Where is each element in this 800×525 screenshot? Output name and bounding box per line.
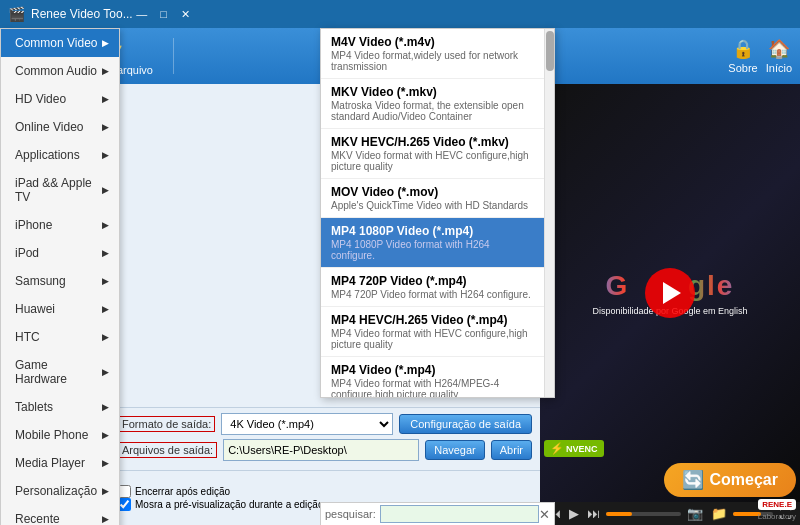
title-bar-text: Renee Video Too... [31, 7, 133, 21]
format-item-m4v[interactable]: M4V Video (*.m4v) MP4 Video format,widel… [321, 29, 544, 79]
menu-item-game-hardware[interactable]: Game Hardware ▶ [1, 351, 119, 393]
arrow-icon: ▶ [102, 276, 109, 286]
format-list-scrollbar[interactable] [544, 29, 554, 397]
menu-item-media-player[interactable]: Media Player ▶ [1, 449, 119, 477]
play-pause-button[interactable]: ▶ [567, 506, 581, 521]
maximize-button[interactable]: □ [155, 6, 173, 22]
format-item-mp4-720p[interactable]: MP4 720P Video (*.mp4) MP4 720P Video fo… [321, 268, 544, 307]
window-controls: — □ ✕ [133, 6, 195, 22]
format-item-mp4-1080p[interactable]: MP4 1080P Video (*.mp4) MP4 1080P Video … [321, 218, 544, 268]
start-button[interactable]: 🔄 Começar [664, 463, 796, 497]
toolbar-right: 🔒 Sobre 🏠 Início [728, 38, 792, 74]
format-item-mp4-hevc[interactable]: MP4 HEVC/H.265 Video (*.mp4) MP4 Video f… [321, 307, 544, 357]
menu-item-mobile-phone[interactable]: Mobile Phone ▶ [1, 421, 119, 449]
arrow-icon: ▶ [102, 514, 109, 524]
inicio-icon: 🏠 [768, 38, 790, 60]
right-panel: G gle Disponibilidade por Google em Engl… [540, 84, 800, 525]
arrow-icon: ▶ [102, 122, 109, 132]
arrow-icon: ▶ [102, 185, 109, 195]
progress-fill [606, 512, 632, 516]
arrow-icon: ▶ [102, 94, 109, 104]
menu-item-personalizacao[interactable]: Personalização ▶ [1, 477, 119, 505]
menu-item-recente[interactable]: Recente ▶ [1, 505, 119, 525]
sobre-icon: 🔒 [732, 38, 754, 60]
menu-item-tablets[interactable]: Tablets ▶ [1, 393, 119, 421]
arrow-icon: ▶ [102, 486, 109, 496]
menu-item-iphone[interactable]: iPhone ▶ [1, 211, 119, 239]
arrow-icon: ▶ [102, 304, 109, 314]
play-button[interactable] [645, 268, 695, 318]
title-bar: 🎬 Renee Video Too... — □ ✕ [0, 0, 800, 28]
next-button[interactable]: ⏭ [585, 506, 602, 521]
menu-item-ipad-apple[interactable]: iPad && Apple TV ▶ [1, 169, 119, 211]
menu-item-ipod[interactable]: iPod ▶ [1, 239, 119, 267]
format-item-mkv[interactable]: MKV Video (*.mkv) Matroska Video format,… [321, 79, 544, 129]
menu-item-online-video[interactable]: Online Video ▶ [1, 113, 119, 141]
close-button[interactable]: ✕ [177, 6, 195, 22]
arrow-icon: ▶ [102, 402, 109, 412]
menu-overlay: Common Video ▶ Common Audio ▶ HD Video ▶… [0, 28, 555, 525]
menu-item-common-audio[interactable]: Common Audio ▶ [1, 57, 119, 85]
menu-search-bar: pesquisar: ✕ [320, 502, 555, 525]
menu-search-input[interactable] [380, 505, 539, 523]
minimize-button[interactable]: — [133, 6, 151, 22]
refresh-icon: 🔄 [682, 469, 704, 491]
menu-item-applications[interactable]: Applications ▶ [1, 141, 119, 169]
app-icon: 🎬 [8, 6, 25, 22]
lab-text: Laboratory [758, 512, 796, 521]
format-list-container: M4V Video (*.m4v) MP4 Video format,widel… [320, 28, 555, 398]
inicio-button[interactable]: 🏠 Início [766, 38, 792, 74]
arrow-icon: ▶ [102, 150, 109, 160]
arrow-icon: ▶ [102, 248, 109, 258]
arrow-icon: ▶ [102, 367, 109, 377]
arrow-icon: ▶ [102, 220, 109, 230]
menu-item-common-video[interactable]: Common Video ▶ [1, 29, 119, 57]
arrow-icon: ▶ [102, 332, 109, 342]
menu-item-htc[interactable]: HTC ▶ [1, 323, 119, 351]
format-item-mkv-hevc[interactable]: MKV HEVC/H.265 Video (*.mkv) MKV Video f… [321, 129, 544, 179]
menu-item-hd-video[interactable]: HD Video ▶ [1, 85, 119, 113]
scrollbar-thumb [546, 31, 554, 71]
search-clear-button[interactable]: ✕ [539, 507, 550, 522]
menu-item-samsung[interactable]: Samsung ▶ [1, 267, 119, 295]
rene-lab-badge: RENE.E [758, 499, 796, 510]
arrow-icon: ▶ [102, 66, 109, 76]
format-item-mov[interactable]: MOV Video (*.mov) Apple's QuickTime Vide… [321, 179, 544, 218]
arrow-icon: ▶ [102, 38, 109, 48]
arrow-icon: ▶ [102, 430, 109, 440]
menu-level1: Common Video ▶ Common Audio ▶ HD Video ▶… [0, 28, 120, 525]
format-list-scroll: M4V Video (*.m4v) MP4 Video format,widel… [321, 29, 554, 397]
menu-item-huawei[interactable]: Huawei ▶ [1, 295, 119, 323]
format-item-mp4[interactable]: MP4 Video (*.mp4) MP4 Video format with … [321, 357, 544, 397]
sobre-button[interactable]: 🔒 Sobre [728, 38, 757, 74]
arrow-icon: ▶ [102, 458, 109, 468]
app-window: 🎬 Renee Video Too... — □ ✕ 📂 Adicionar a… [0, 0, 800, 525]
